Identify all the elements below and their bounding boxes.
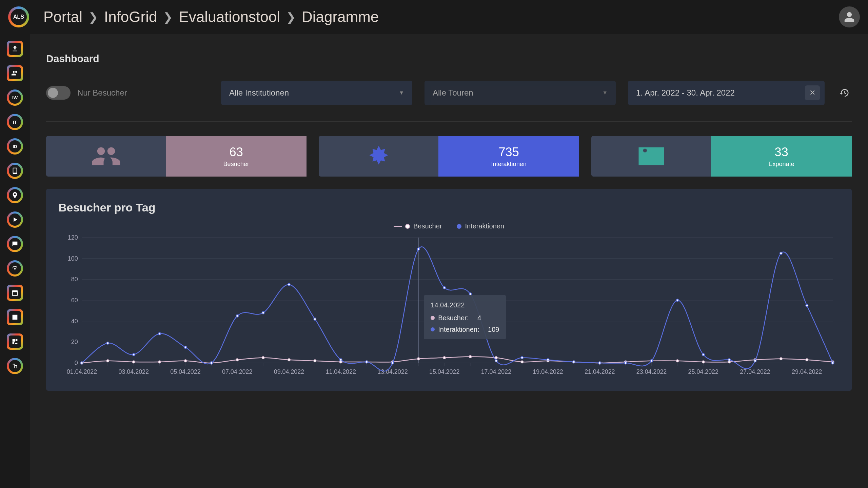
svg-point-110 (598, 362, 601, 364)
image-icon (11, 313, 19, 321)
institutions-select[interactable]: Alle Institutionen ▼ (221, 81, 412, 105)
breadcrumb: Portal ❯ InfoGrid ❯ Evaluationstool ❯ Di… (43, 8, 839, 25)
crumb-evaluationstool[interactable]: Evaluationstool (179, 8, 280, 25)
chevron-down-icon: ▼ (602, 90, 608, 96)
svg-point-112 (650, 360, 653, 362)
phone-icon (11, 167, 19, 175)
user-avatar[interactable] (839, 6, 860, 27)
crumb-portal[interactable]: Portal (43, 8, 82, 25)
clear-date-button[interactable]: ✕ (805, 85, 820, 100)
svg-point-62 (133, 361, 135, 363)
crumb-infogrid[interactable]: InfoGrid (104, 8, 157, 25)
sidebar-layers[interactable] (7, 333, 23, 350)
svg-point-119 (832, 362, 834, 364)
svg-text:100: 100 (68, 255, 78, 262)
interactions-value: 735 (499, 145, 519, 159)
svg-text:21.04.2022: 21.04.2022 (585, 368, 615, 375)
svg-point-90 (81, 362, 83, 364)
svg-point-117 (780, 252, 782, 255)
crumb-diagramme[interactable]: Diagramme (302, 8, 379, 25)
exponate-value: 33 (775, 145, 788, 159)
app-logo[interactable]: ALS (8, 6, 29, 27)
sidebar-play[interactable] (7, 211, 23, 228)
svg-point-64 (184, 360, 187, 362)
stat-exponate[interactable]: 33 Exponate (591, 136, 852, 177)
svg-point-108 (547, 359, 549, 361)
svg-point-116 (754, 360, 756, 362)
legend-besucher[interactable]: Besucher (394, 222, 442, 230)
sidebar-upload[interactable] (7, 41, 23, 57)
play-icon (11, 216, 19, 223)
header: ALS Portal ❯ InfoGrid ❯ Evaluationstool … (0, 0, 868, 34)
layers-icon (11, 338, 19, 345)
svg-point-83 (676, 360, 678, 362)
tours-value: Alle Touren (433, 88, 473, 98)
only-visitors-toggle[interactable] (46, 86, 71, 100)
user-icon (844, 11, 855, 23)
svg-text:80: 80 (71, 276, 78, 283)
page-title: Dashboard (46, 53, 852, 64)
history-icon (839, 88, 849, 98)
svg-point-84 (702, 361, 705, 363)
sidebar: IW IT ID (0, 34, 30, 488)
svg-text:05.04.2022: 05.04.2022 (170, 368, 200, 375)
svg-point-109 (573, 361, 575, 363)
filter-bar: Nur Besucher Alle Institutionen ▼ Alle T… (46, 81, 852, 105)
svg-text:23.04.2022: 23.04.2022 (636, 368, 667, 375)
sidebar-it[interactable]: IT (7, 114, 23, 130)
sidebar-calendar[interactable] (7, 285, 23, 301)
svg-point-97 (262, 312, 264, 314)
svg-point-67 (262, 357, 264, 359)
stat-visitors[interactable]: 63 Besucher (46, 136, 307, 177)
svg-point-77 (521, 361, 523, 363)
svg-point-96 (236, 315, 238, 317)
date-range-value: 1. Apr. 2022 - 30. Apr. 2022 (636, 88, 805, 98)
svg-point-115 (728, 359, 730, 361)
sidebar-chat[interactable] (7, 236, 23, 252)
sidebar-id[interactable]: ID (7, 138, 23, 155)
svg-text:17.04.2022: 17.04.2022 (481, 368, 511, 375)
group-icon (11, 69, 19, 77)
svg-text:11.04.2022: 11.04.2022 (326, 368, 356, 375)
logo-text: ALS (11, 9, 27, 25)
svg-point-104 (443, 287, 446, 289)
sidebar-it-label: IT (9, 116, 21, 128)
svg-point-99 (314, 318, 316, 320)
svg-text:09.04.2022: 09.04.2022 (274, 368, 304, 375)
legend-besucher-label: Besucher (413, 222, 442, 230)
legend-interaktionen[interactable]: Interaktionen (457, 222, 504, 230)
chat-icon (11, 240, 19, 248)
sidebar-id-label: ID (9, 140, 21, 152)
sidebar-dashboard[interactable] (7, 260, 23, 277)
sidebar-image[interactable] (7, 309, 23, 325)
stat-interactions[interactable]: 735 Interaktionen (319, 136, 579, 177)
svg-point-88 (806, 359, 808, 361)
svg-text:25.04.2022: 25.04.2022 (688, 368, 718, 375)
tours-select[interactable]: Alle Touren ▼ (425, 81, 616, 105)
svg-text:27.04.2022: 27.04.2022 (740, 368, 770, 375)
sidebar-text[interactable] (7, 358, 23, 374)
svg-point-69 (314, 360, 316, 362)
svg-point-87 (780, 358, 782, 360)
tooltip-date: 14.04.2022 (431, 299, 499, 311)
text-icon (11, 362, 19, 370)
exponate-icon (636, 144, 667, 168)
chart-area[interactable]: 02040608010012001.04.202203.04.202205.04… (58, 234, 840, 380)
svg-point-111 (625, 362, 627, 364)
only-visitors-label: Nur Besucher (77, 88, 127, 98)
svg-point-101 (366, 361, 368, 363)
svg-point-76 (495, 357, 497, 359)
refresh-button[interactable] (837, 85, 852, 100)
sidebar-team[interactable] (7, 65, 23, 81)
interactions-icon (366, 144, 391, 169)
svg-point-61 (106, 360, 109, 362)
sidebar-device[interactable] (7, 163, 23, 179)
svg-text:13.04.2022: 13.04.2022 (377, 368, 408, 375)
date-range-picker[interactable]: 1. Apr. 2022 - 30. Apr. 2022 ✕ (628, 81, 825, 105)
svg-point-105 (469, 293, 472, 295)
sidebar-iw[interactable]: IW (7, 89, 23, 106)
svg-point-118 (806, 304, 808, 307)
sidebar-location[interactable] (7, 187, 23, 203)
svg-point-98 (288, 283, 290, 286)
exponate-label: Exponate (769, 161, 794, 168)
